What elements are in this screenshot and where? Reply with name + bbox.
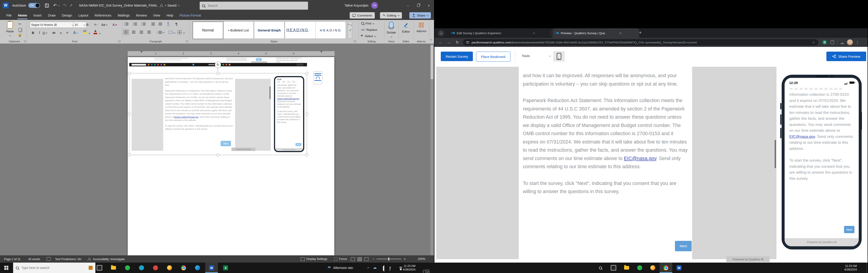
tab-design[interactable]: Design	[59, 11, 75, 20]
layout-options-button[interactable]	[313, 72, 322, 84]
email-link[interactable]: EIC@nasa.gov	[624, 156, 656, 161]
tab-layout[interactable]: Layout	[75, 11, 92, 20]
place-bookmark-button[interactable]: Place Bookmark	[476, 52, 510, 61]
format-painter-button[interactable]	[19, 34, 21, 36]
back-button[interactable]: ←	[438, 40, 442, 45]
search-highlights-icon[interactable]	[89, 266, 93, 270]
align-center-button[interactable]	[132, 31, 135, 34]
read-mode-button[interactable]	[350, 257, 355, 261]
find-button[interactable]: Find	[361, 22, 374, 25]
restart-survey-button[interactable]: Restart Survey	[441, 52, 473, 61]
chrome-menu-icon[interactable]: ⋮	[856, 40, 860, 45]
font-name-select[interactable]: Segoe UI Historic (B	[30, 22, 74, 28]
highlight-button[interactable]	[83, 30, 87, 34]
downloads-icon[interactable]: ↓	[841, 41, 844, 44]
clipboard-dialog-launcher[interactable]	[24, 40, 26, 42]
search-button-2[interactable]	[594, 263, 607, 273]
bullets-button[interactable]	[124, 23, 128, 26]
tab-file[interactable]: File	[3, 11, 15, 20]
resize-handle-n[interactable]	[217, 72, 219, 75]
app-icon-red[interactable]	[149, 263, 162, 273]
onedrive-icon[interactable]: ☁	[373, 265, 377, 270]
minimize-button[interactable]: –	[403, 0, 413, 11]
font-size-select[interactable]: 10	[73, 22, 86, 28]
tab-references[interactable]: References	[91, 11, 114, 20]
tab-edit-survey[interactable]: XM Edit Survey | Qualtrics Experienc ×	[448, 28, 553, 38]
align-right-button[interactable]	[140, 31, 143, 34]
avatar[interactable]: TK	[371, 2, 378, 9]
excel-icon[interactable]: X	[219, 263, 232, 273]
zoom-out-button[interactable]: −	[373, 257, 375, 261]
tab-draw[interactable]: Draw	[45, 11, 59, 20]
new-tab-button[interactable]: +	[639, 30, 642, 35]
editor-icon[interactable]	[403, 22, 409, 29]
tab-picture-format[interactable]: Picture Format	[176, 11, 204, 20]
change-case-button[interactable]: Aa	[101, 22, 107, 27]
selected-image[interactable]: and how it can be improved. All response…	[129, 73, 307, 155]
zoom-level[interactable]: 100%	[418, 257, 425, 261]
indent-marker[interactable]	[141, 51, 143, 54]
copy-button[interactable]	[19, 28, 22, 31]
app-icon-green-2[interactable]	[633, 263, 646, 273]
subscript-button[interactable]: x₂	[58, 30, 64, 35]
tab-view[interactable]: View	[150, 11, 163, 20]
save-icon[interactable]	[45, 4, 49, 7]
powered-by-qualtrics[interactable]: Powered by Qualtrics ⧉	[726, 256, 770, 262]
shrink-font-button[interactable]: Av	[93, 22, 98, 27]
hidden-icons-chevron[interactable]	[367, 267, 369, 269]
profile-avatar[interactable]	[847, 39, 853, 45]
font-color-chevron-icon[interactable]	[99, 32, 101, 34]
quick-access-chevron-icon[interactable]	[70, 4, 72, 6]
rotate-handle[interactable]: ↻	[215, 61, 221, 68]
addins-label[interactable]: Add-ins	[414, 29, 429, 33]
start-button[interactable]	[0, 263, 13, 273]
ruler[interactable]: 1 2 3 4 5 6	[128, 51, 335, 56]
tab-review[interactable]: Review	[133, 11, 150, 20]
select-button[interactable]: Select	[361, 34, 376, 38]
italic-button[interactable]: I	[37, 30, 42, 35]
borders-chevron-icon[interactable]	[183, 32, 185, 33]
style-normal[interactable]: Normal	[193, 22, 223, 39]
file-explorer-icon-2[interactable]	[620, 263, 633, 273]
share-preview-button[interactable]: Share Preview	[827, 52, 866, 61]
pilcrow-button[interactable]: ¶	[176, 22, 178, 27]
file-explorer-icon[interactable]	[107, 263, 120, 273]
style-bulleted-list[interactable]: • Bulleted List	[223, 22, 254, 39]
numbering-button[interactable]	[133, 23, 137, 26]
share-button[interactable]: Share	[409, 12, 431, 19]
grow-font-button[interactable]: A^	[86, 22, 91, 27]
mobile-preview-toggle[interactable]	[553, 51, 565, 61]
edge-icon[interactable]	[191, 263, 204, 273]
zoom-slider-thumb[interactable]	[388, 257, 389, 261]
editing-mode-button[interactable]: ✎ Editing	[380, 12, 402, 19]
style-heading2[interactable]: HEADING	[315, 22, 346, 39]
word-taskbar-icon[interactable]: W	[205, 263, 218, 273]
firefox-icon[interactable]	[163, 263, 176, 273]
firefox-icon-2[interactable]	[647, 263, 659, 273]
zoom-in-button[interactable]: +	[404, 257, 406, 261]
taskbar-search[interactable]	[13, 263, 95, 273]
dictate-icon[interactable]	[389, 22, 394, 28]
saved-status[interactable]: Saved	[167, 4, 177, 7]
app-icon-green[interactable]	[121, 263, 134, 273]
text-effects-button[interactable]: A	[73, 30, 78, 35]
taskbar-search-input[interactable]	[21, 266, 79, 270]
highlight-chevron-icon[interactable]	[88, 32, 90, 34]
phone-powered-footer[interactable]: Powered by Qualtrics ⧉	[784, 238, 859, 246]
styles-dialog-launcher[interactable]	[354, 40, 356, 42]
search-input[interactable]	[207, 4, 294, 8]
borders-button[interactable]	[178, 30, 182, 34]
tab-help[interactable]: Help	[163, 11, 177, 20]
line-spacing-button[interactable]: ↕	[156, 31, 164, 34]
clear-formatting-button[interactable]: A◆	[112, 22, 118, 27]
focus-button[interactable]: Focus	[339, 257, 347, 261]
web-layout-button[interactable]	[364, 257, 368, 261]
word-scrollbar-thumb[interactable]	[431, 45, 433, 79]
styles-more-icon[interactable]	[349, 29, 351, 31]
multilevel-list-button[interactable]	[142, 23, 146, 26]
autosave-toggle[interactable]: On	[28, 3, 40, 8]
task-view-button-2[interactable]	[607, 263, 620, 273]
page-indicator[interactable]: Page 2 of 11	[4, 257, 21, 261]
resize-handle-w[interactable]	[128, 112, 131, 115]
style-general-emph[interactable]: General Emph	[254, 22, 284, 39]
